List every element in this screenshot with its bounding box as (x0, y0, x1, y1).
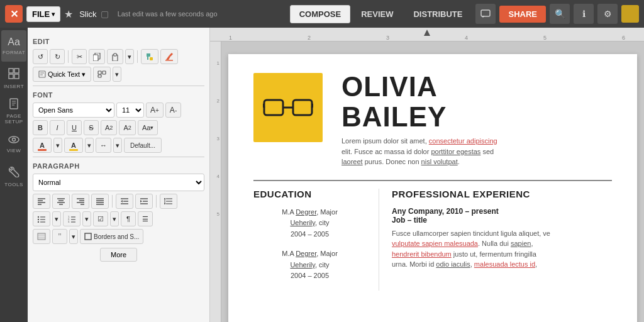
indent-decrease-button[interactable] (116, 194, 133, 209)
separator (112, 195, 113, 208)
tab-compose[interactable]: COMPOSE (290, 5, 350, 23)
edit-toolbar-row2: Quick Text ▾ ▾ (33, 67, 204, 82)
undo-button[interactable]: ↺ (33, 49, 48, 64)
align-justify-button[interactable] (91, 194, 109, 209)
highlight-button[interactable]: A (64, 138, 83, 153)
align-left-button[interactable] (33, 194, 50, 209)
svg-rect-3 (9, 74, 13, 79)
strikethrough-button[interactable]: S (84, 120, 99, 135)
font-decrease-button[interactable]: A- (165, 103, 181, 118)
document-page: OLIVIA BAILEY Lorem ipsum dolor sit amet… (228, 54, 637, 322)
line-spacing-button[interactable] (160, 194, 177, 209)
job-description: Fusce ullamcorper sapien tincidunt ligul… (392, 228, 612, 270)
clone-button[interactable] (93, 67, 111, 82)
insert-icon (8, 68, 19, 82)
paste-dropdown[interactable]: ▾ (125, 49, 134, 64)
file-menu-button[interactable]: FILE ▾ (26, 6, 60, 22)
education-column: EDUCATION M.A Degrer, Major Ueherily, ci… (253, 189, 379, 291)
paragraph-section-title: PARAGRAPH (33, 162, 204, 170)
sidebar-item-page-setup[interactable]: PAGESETUP (1, 96, 26, 127)
cut-button[interactable]: ✂ (72, 49, 87, 64)
number-list-dropdown[interactable]: ▾ (82, 211, 91, 226)
settings-button[interactable]: ⚙ (597, 4, 618, 24)
more-button[interactable]: More (100, 248, 137, 262)
tab-review[interactable]: REVIEW (352, 5, 402, 23)
tab-distribute[interactable]: DISTRIBUTE (404, 5, 472, 23)
borders-button[interactable]: Borders and S... (80, 229, 143, 244)
edit-section-title: EDIT (33, 38, 204, 45)
checklist-button[interactable]: ☑ (93, 211, 108, 226)
subscript-button[interactable]: A2 (119, 120, 135, 135)
font-color-button[interactable]: A (33, 138, 52, 153)
char-spacing-button[interactable]: ↔ (96, 138, 111, 153)
job-title: Job – title (392, 216, 612, 225)
default-format-button[interactable]: Default... (124, 138, 162, 153)
quick-text-button[interactable]: Quick Text ▾ (33, 67, 91, 82)
clear-format-button[interactable] (160, 49, 178, 64)
separator (137, 50, 138, 63)
align-right-button[interactable] (72, 194, 89, 209)
italic-button[interactable]: I (50, 120, 65, 135)
bold-button[interactable]: B (33, 120, 48, 135)
quote-button[interactable]: " (52, 229, 67, 244)
separator (156, 195, 157, 208)
quote-dropdown[interactable]: ▾ (69, 229, 78, 244)
font-size-select[interactable]: 11 (116, 103, 144, 118)
paragraph-style-select[interactable]: Normal (33, 174, 204, 191)
search-button[interactable]: 🔍 (550, 4, 570, 24)
font-color-row: A ▾ A ▾ ↔ ▾ Default... (33, 138, 204, 153)
sidebar-item-insert[interactable]: INSERT (1, 63, 26, 94)
more-list-button[interactable]: ☰ (138, 211, 153, 226)
align-center-button[interactable] (52, 194, 70, 209)
share-button[interactable]: SHARE (499, 6, 546, 23)
svg-rect-12 (93, 55, 98, 61)
tools-icon (8, 166, 19, 180)
font-color-dropdown[interactable]: ▾ (53, 138, 62, 153)
svg-rect-20 (98, 71, 101, 74)
ruler: 1 2 3 4 5 6 (210, 28, 644, 42)
info-button[interactable]: ℹ (574, 4, 594, 24)
copy-button[interactable] (89, 49, 105, 64)
svg-line-68 (263, 104, 264, 108)
glasses-icon (263, 95, 313, 120)
document-title[interactable]: Slick (79, 9, 96, 19)
font-increase-button[interactable]: A+ (146, 103, 164, 118)
number-list-button[interactable]: 1.2.3. (63, 211, 80, 226)
format-icon: Aa (8, 36, 20, 48)
sidebar-item-view[interactable]: VIEW (1, 128, 26, 160)
font-family-select[interactable]: Open Sans (33, 103, 114, 118)
avatar[interactable] (621, 5, 639, 23)
sidebar-item-format[interactable]: Aa FORMAT (1, 30, 26, 62)
clone-dropdown[interactable]: ▾ (113, 67, 121, 82)
char-spacing-dropdown[interactable]: ▾ (113, 138, 122, 153)
shading-button[interactable] (33, 229, 50, 244)
pilcrow-button[interactable]: ¶ (121, 211, 136, 226)
checklist-dropdown[interactable]: ▾ (110, 211, 119, 226)
experience-title: PROFESSIONAL EXPERIENC (392, 189, 612, 199)
comment-icon-button[interactable] (475, 4, 496, 24)
svg-text:3.: 3. (68, 220, 70, 223)
indent-increase-button[interactable] (135, 194, 153, 209)
bullet-list-dropdown[interactable]: ▾ (52, 211, 61, 226)
svg-rect-17 (39, 71, 45, 77)
highlight-dropdown[interactable]: ▾ (85, 138, 94, 153)
font-section-title: FONT (33, 91, 204, 99)
alignment-row (33, 194, 204, 209)
svg-rect-0 (481, 10, 490, 16)
font-options-button[interactable]: Aa▾ (138, 120, 158, 135)
topbar: ✕ FILE ▾ ★ Slick ▢ Last edit was a few s… (0, 0, 644, 28)
paste-button[interactable] (107, 49, 123, 64)
format-paint-button[interactable] (141, 49, 158, 64)
redo-button[interactable]: ↻ (50, 49, 65, 64)
svg-line-69 (312, 104, 313, 108)
favorite-icon[interactable]: ★ (64, 8, 73, 20)
sidebar-item-tools[interactable]: TOOLS (1, 161, 26, 192)
bullet-list-button[interactable] (33, 211, 50, 226)
underline-button[interactable]: U (67, 120, 82, 135)
svg-rect-1 (9, 69, 13, 73)
bio-text: Lorem ipsum dolor sit amet, consectetur … (341, 136, 497, 167)
close-button[interactable]: ✕ (5, 5, 23, 23)
superscript-button[interactable]: A2 (101, 120, 117, 135)
document-columns: EDUCATION M.A Degrer, Major Ueherily, ci… (253, 189, 612, 291)
svg-point-50 (38, 219, 39, 220)
